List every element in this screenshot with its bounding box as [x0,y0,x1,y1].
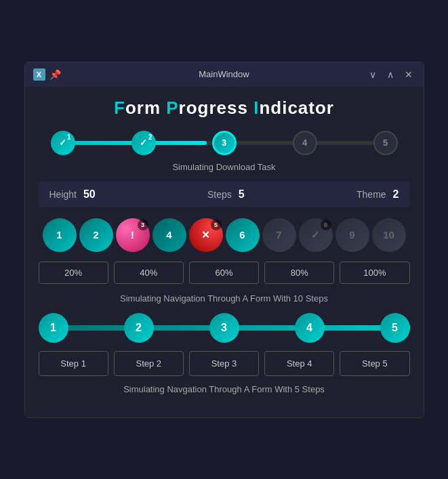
step1-num: 1 [67,133,71,141]
bp-step-2-label: 2 [136,322,142,334]
middle-label: Simulating Navigation Through A Form Wit… [39,293,410,304]
circle-7[interactable]: 7 [262,218,296,252]
pct-40-button[interactable]: 40% [114,262,184,284]
height-config: Height 50 [49,188,96,201]
theme-label: Theme [357,189,386,200]
step2-num: 2 [148,133,152,141]
height-value: 50 [83,188,96,201]
bottom-progress: 1 2 3 4 5 [39,313,410,343]
top-step-4[interactable]: 4 [293,131,317,155]
restore-button[interactable]: ∧ [384,68,396,81]
bp-steps: 1 2 3 4 5 [39,313,410,343]
top-step-3[interactable]: 3 [212,131,237,155]
pct-60-button[interactable]: 60% [189,262,259,284]
app-icon: X [33,68,45,81]
circle-9-label: 9 [349,229,354,241]
title-bar-left: X 📌 [33,68,61,81]
circles-row: 1 2 ! 3 4 ✕ 5 6 [39,218,410,252]
circle-3[interactable]: ! 3 [116,218,150,252]
step-2-button[interactable]: Step 2 [114,351,184,376]
bp-step-2[interactable]: 2 [124,313,154,343]
bp-track: 1 2 3 4 5 [39,313,410,343]
pct-80-button[interactable]: 80% [264,262,334,284]
top-step-1[interactable]: ✓ 1 [51,131,75,155]
title-f: F [114,98,125,118]
top-step-2[interactable]: ✓ 2 [131,131,156,155]
bp-step-1-label: 1 [50,322,56,334]
circle-6[interactable]: 6 [226,218,260,252]
step-1-button[interactable]: Step 1 [39,351,108,376]
steps-value: 5 [239,188,245,201]
title-rogress: rogress [179,98,254,118]
circle-1[interactable]: 1 [43,218,77,252]
step-4-button[interactable]: Step 4 [264,351,334,376]
config-row: Height 50 Steps 5 Theme 2 [39,182,410,207]
pin-icon[interactable]: 📌 [49,69,61,80]
step-buttons-row: Step 1 Step 2 Step 3 Step 4 Step 5 [39,351,410,376]
circle-5-label: ✕ [201,229,210,241]
top-steps-row: ✓ 1 ✓ 2 3 4 5 [51,131,398,155]
circle-10-label: 10 [383,229,394,241]
top-progress-section: ✓ 1 ✓ 2 3 4 5 [39,131,410,172]
circle-1-label: 1 [56,229,62,241]
window-title: MainWindow [199,69,249,79]
steps-config: Steps 5 [207,188,245,201]
title-bar-controls: ∨ ∧ ✕ [367,68,415,81]
circle-6-label: 6 [239,229,245,241]
circle-8-badge: 8 [321,220,331,230]
bottom-label: Simulating Navgation Through A Form With… [39,384,410,394]
title-orm: orm [125,98,166,118]
bp-step-5-label: 5 [392,322,398,334]
theme-config: Theme 2 [357,188,399,201]
circle-7-label: 7 [276,229,281,241]
circle-8[interactable]: ✓ 8 [299,218,333,252]
minimize-button[interactable]: ∨ [367,68,379,81]
bp-step-4-label: 4 [306,322,312,334]
step1-check: ✓ [59,138,66,148]
height-label: Height [49,189,77,200]
step4-num: 4 [302,138,307,148]
bp-step-4[interactable]: 4 [295,313,325,343]
circle-9[interactable]: 9 [335,218,369,252]
bp-step-3-label: 3 [221,322,227,334]
title-ndicator: ndicator [259,98,334,118]
step-3-button[interactable]: Step 3 [189,351,259,376]
circle-8-label: ✓ [311,229,320,241]
pct-100-button[interactable]: 100% [340,262,409,284]
main-title: Form Progress Indicator [39,98,410,119]
close-button[interactable]: ✕ [402,68,415,81]
step3-num: 3 [222,138,226,148]
circle-4-label: 4 [166,229,171,241]
circle-10[interactable]: 10 [372,218,406,252]
circle-4[interactable]: 4 [152,218,186,252]
step2-check: ✓ [140,138,147,148]
circle-2-label: 2 [93,229,98,241]
main-window: X 📌 MainWindow ∨ ∧ ✕ Form Progress Indic… [24,62,424,418]
circle-3-label: ! [131,229,134,241]
bp-step-5[interactable]: 5 [380,313,410,343]
circle-3-badge: 3 [138,220,148,230]
bp-step-3[interactable]: 3 [209,313,239,343]
step5-num: 5 [383,138,388,148]
circle-5[interactable]: ✕ 5 [189,218,223,252]
top-progress-label: Simulating Download Task [39,162,410,172]
step-5-button[interactable]: Step 5 [340,351,409,376]
bp-step-1[interactable]: 1 [39,313,68,343]
pct-20-button[interactable]: 20% [39,262,108,284]
percent-buttons-row: 20% 40% 60% 80% 100% [39,262,410,284]
title-bar: X 📌 MainWindow ∨ ∧ ✕ [25,62,424,87]
title-p: P [166,98,178,118]
content-area: Form Progress Indicator ✓ 1 ✓ 2 [25,87,424,417]
steps-label: Steps [207,189,232,200]
circle-5-badge: 5 [211,220,222,230]
theme-value: 2 [393,188,399,201]
top-step-5[interactable]: 5 [373,131,398,155]
circle-2[interactable]: 2 [79,218,113,252]
